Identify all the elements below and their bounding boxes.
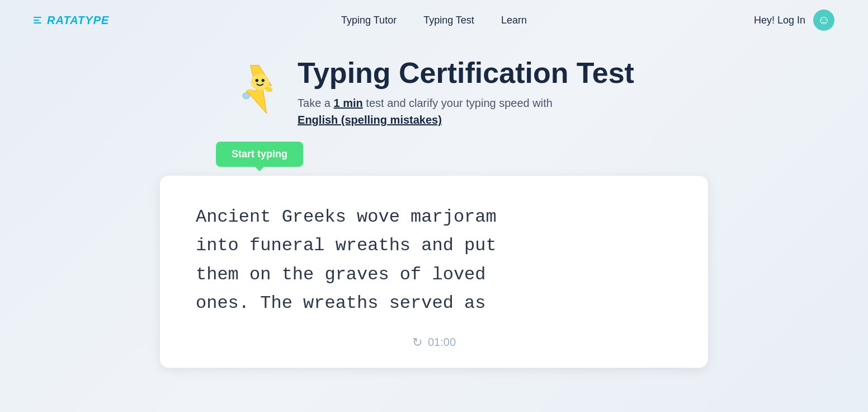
page-title: Typing Certification Test [298,57,634,89]
mascot-icon [234,63,284,119]
avatar-icon[interactable] [813,10,834,31]
subtitle-prefix: Take a [298,97,333,109]
logo-text: RATATYPE [47,14,109,27]
nav-link-typing-test[interactable]: Typing Test [423,15,474,26]
subtitle-highlight: 1 min [334,97,363,109]
subtitle-middle: test and clarify your typing speed with [363,97,553,109]
typing-text: Ancient Greeks wove marjoraminto funeral… [196,203,672,317]
nav-right: Hey! Log In [754,10,834,31]
svg-point-3 [262,79,265,82]
svg-point-2 [256,79,258,82]
start-typing-button[interactable]: Start typing [216,142,303,167]
nav-links: Typing Tutor Typing Test Learn [341,15,527,26]
logo-icon [34,17,41,24]
hero-section: Typing Certification Test Take a 1 min t… [234,57,634,128]
start-section: Start typing [216,142,652,167]
typing-card: Ancient Greeks wove marjoraminto funeral… [160,176,708,368]
svg-point-5 [243,93,250,99]
subtitle-link[interactable]: English (spelling mistakes) [298,114,442,126]
timer-display: 01:00 [428,336,456,349]
timer-icon: ↻ [412,335,422,350]
hero-subtitle: Take a 1 min test and clarify your typin… [298,95,634,128]
logo[interactable]: RATATYPE [34,14,109,27]
main-content: Typing Certification Test Take a 1 min t… [0,40,868,368]
typing-text-content: Ancient Greeks wove marjoraminto funeral… [196,207,497,313]
hero-text: Typing Certification Test Take a 1 min t… [298,57,634,128]
nav-link-typing-tutor[interactable]: Typing Tutor [341,15,397,26]
login-button[interactable]: Hey! Log In [754,15,805,26]
nav-link-learn[interactable]: Learn [501,15,527,26]
navbar: RATATYPE Typing Tutor Typing Test Learn … [0,0,868,40]
timer-row: ↻ 01:00 [196,335,672,350]
